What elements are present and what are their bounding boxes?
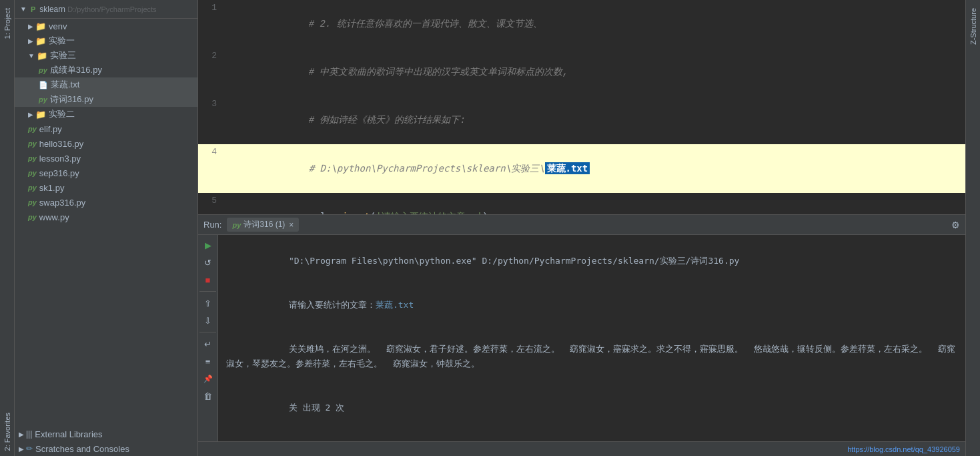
py-icon: py <box>28 198 37 206</box>
run-clear-button[interactable]: 🗑 <box>201 389 215 403</box>
gear-icon[interactable]: ⚙ <box>951 220 960 230</box>
run-panel: Run: py 诗词316 (1) × ⚙ ▶ ↺ ■ ⇧ ⇩ <box>198 214 965 441</box>
txt-icon: 📄 <box>39 81 48 89</box>
project-arrow: ▼ <box>20 5 27 13</box>
py-icon: py <box>28 184 37 192</box>
console-line-output: 关关雎鸠，在河之洲。 窈窕淑女，君子好逑。参差荇菜，左右流之。 窈窕淑女，寤寐求… <box>226 327 957 386</box>
console-filename-text: 莱蔬.txt <box>376 300 414 310</box>
z-structure-panel: Z-Structure <box>965 0 980 456</box>
run-tab-icon: py <box>232 221 241 229</box>
run-play-button[interactable]: ▶ <box>201 238 215 252</box>
table-row: 3 # 例如诗经《桃夭》的统计结果如下: <box>198 96 965 144</box>
item-label: lesson3.py <box>39 154 81 164</box>
sidebar-item-venv[interactable]: ▶ 📁 venv <box>15 19 197 33</box>
tab-project[interactable]: 1: Project <box>3 3 11 44</box>
py-icon: py <box>39 95 47 103</box>
run-tab-label: 诗词316 (1) <box>243 219 285 230</box>
run-scroll-up-button[interactable]: ⇧ <box>201 296 215 310</box>
item-label: sep316.py <box>39 168 79 178</box>
run-header: Run: py 诗词316 (1) × ⚙ <box>198 215 965 235</box>
item-label: sk1.py <box>39 183 65 193</box>
run-pin-button[interactable]: 📌 <box>201 371 215 386</box>
item-label: 莱蔬.txt <box>51 79 79 91</box>
console-output-text: 关 出现 2 次 <box>289 403 344 413</box>
item-label: venv <box>49 21 67 31</box>
py-icon: py <box>28 213 37 221</box>
run-header-left: Run: py 诗词316 (1) × <box>203 218 299 232</box>
line-number: 4 <box>198 144 225 193</box>
console-output: "D:\Program Files\python\python.exe" D:/… <box>218 235 965 441</box>
sidebar-item-elif[interactable]: py elif.py <box>15 122 197 136</box>
project-icon: P <box>31 5 35 13</box>
tab-favorites[interactable]: 2: Favorites <box>3 407 11 456</box>
run-rerun-button[interactable]: ↺ <box>201 255 215 270</box>
item-label: External Libraries <box>35 429 102 439</box>
arrow-icon: ▶ <box>19 431 24 438</box>
run-body: ▶ ↺ ■ ⇧ ⇩ ↵ ≡ 📌 🗑 "D:\Program Files\pyth… <box>198 235 965 441</box>
sidebar-item-www[interactable]: py www.py <box>15 210 197 224</box>
console-line-path: "D:\Program Files\python\python.exe" D:/… <box>226 239 957 283</box>
console-line-prompt: 请输入要统计的文章：莱蔬.txt <box>226 283 957 327</box>
sidebar-item-shici[interactable]: py 诗词316.py <box>15 92 197 107</box>
line-code[interactable]: # 2. 统计任意你喜欢的一首现代诗、散文、课文节选、 <box>225 0 965 48</box>
run-label: Run: <box>203 220 221 230</box>
comment-text: # 例如诗经《桃夭》的统计结果如下: <box>309 115 466 126</box>
sidebar-item-laishu[interactable]: 📄 莱蔬.txt <box>15 77 197 92</box>
sidebar-item-sep316[interactable]: py sep316.py <box>15 166 197 180</box>
sidebar-item-chengji[interactable]: py 成绩单316.py <box>15 63 197 77</box>
run-tab[interactable]: py 诗词316 (1) × <box>227 218 299 232</box>
arrow-icon: ▼ <box>28 52 35 59</box>
code-editor[interactable]: 1 # 2. 统计任意你喜欢的一首现代诗、散文、课文节选、 2 # 中英文歌曲的… <box>198 0 965 214</box>
line-code[interactable]: url = input('请输入要统计的文章: ') <box>225 193 965 214</box>
py-icon: py <box>28 140 37 148</box>
arrow-icon: ▶ <box>28 111 33 118</box>
item-label: hello316.py <box>39 139 84 149</box>
run-scroll-down-button[interactable]: ⇩ <box>201 313 215 328</box>
z-structure-label[interactable]: Z-Structure <box>969 8 977 45</box>
line-number: 5 <box>198 193 225 214</box>
status-bar: https://blog.csdn.net/qq_43926059 <box>198 441 965 456</box>
console-output-text: 关关雎鸠，在河之洲。 窈窕淑女，君子好逑。参差荇菜，左右流之。 窈窕淑女，寤寐求… <box>226 344 955 369</box>
line-number: 1 <box>198 0 225 48</box>
py-icon: py <box>28 154 37 162</box>
line-code[interactable]: # 例如诗经《桃夭》的统计结果如下: <box>225 96 965 144</box>
sidebar-item-lesson3[interactable]: py lesson3.py <box>15 151 197 166</box>
project-title: sklearn D:/python/PycharmProjects <box>39 5 156 14</box>
scratch-icon: ✏ <box>26 444 33 453</box>
comment-text: # 2. 统计任意你喜欢的一首现代诗、散文、课文节选、 <box>309 19 542 29</box>
item-label: Scratches and Consoles <box>35 444 129 454</box>
sidebar-item-hello[interactable]: py hello316.py <box>15 136 197 151</box>
run-tab-close[interactable]: × <box>289 220 294 230</box>
py-icon: py <box>28 169 37 177</box>
console-line-output: 雎 出现 1 次 <box>226 430 957 441</box>
editor-area: 1 # 2. 统计任意你喜欢的一首现代诗、散文、课文节选、 2 # 中英文歌曲的… <box>198 0 965 456</box>
line-number: 3 <box>198 96 225 144</box>
line-code[interactable]: # D:\python\PycharmProjects\sklearn\实验三\… <box>225 144 965 193</box>
run-stop-button[interactable]: ■ <box>201 272 215 287</box>
sidebar-item-scratches[interactable]: ▶ ✏ Scratches and Consoles <box>15 441 197 456</box>
comment-text: # 中英文歌曲的歌词等中出现的汉字或英文单词和标点的次数, <box>309 67 568 77</box>
sidebar-item-swap316[interactable]: py swap316.py <box>15 195 197 210</box>
sidebar-item-exp1[interactable]: ▶ 📁 实验一 <box>15 33 197 48</box>
sidebar-item-exp3[interactable]: ▼ 📁 实验三 <box>15 48 197 63</box>
folder-icon: 📁 <box>35 21 46 31</box>
run-wrap-button[interactable]: ↵ <box>201 336 215 351</box>
line-code[interactable]: # 中英文歌曲的歌词等中出现的汉字或英文单词和标点的次数, <box>225 48 965 96</box>
console-prompt-text: 请输入要统计的文章： <box>289 300 376 310</box>
sidebar-item-ext-libs[interactable]: ▶ ||| External Libraries <box>15 427 197 441</box>
arrow-icon: ▶ <box>28 23 33 30</box>
console-line-output: 关 出现 2 次 <box>226 386 957 430</box>
run-toolbar: ▶ ↺ ■ ⇧ ⇩ ↵ ≡ 📌 🗑 <box>198 235 218 441</box>
arrow-icon: ▶ <box>19 445 24 453</box>
sidebar-item-sk1[interactable]: py sk1.py <box>15 180 197 195</box>
status-link[interactable]: https://blog.csdn.net/qq_43926059 <box>847 445 960 453</box>
console-path-text: "D:\Program Files\python\python.exe" D:/… <box>289 256 739 266</box>
item-label: 成绩单316.py <box>50 64 102 76</box>
code-table: 1 # 2. 统计任意你喜欢的一首现代诗、散文、课文节选、 2 # 中英文歌曲的… <box>198 0 965 214</box>
folder-icon: 📁 <box>35 36 46 46</box>
sidebar-item-exp2[interactable]: ▶ 📁 实验二 <box>15 107 197 122</box>
item-label: 实验一 <box>49 35 75 47</box>
arrow-icon: ▶ <box>28 37 33 45</box>
project-sidebar: ▼ P sklearn D:/python/PycharmProjects ▶ … <box>15 0 198 456</box>
run-align-button[interactable]: ≡ <box>201 354 215 369</box>
